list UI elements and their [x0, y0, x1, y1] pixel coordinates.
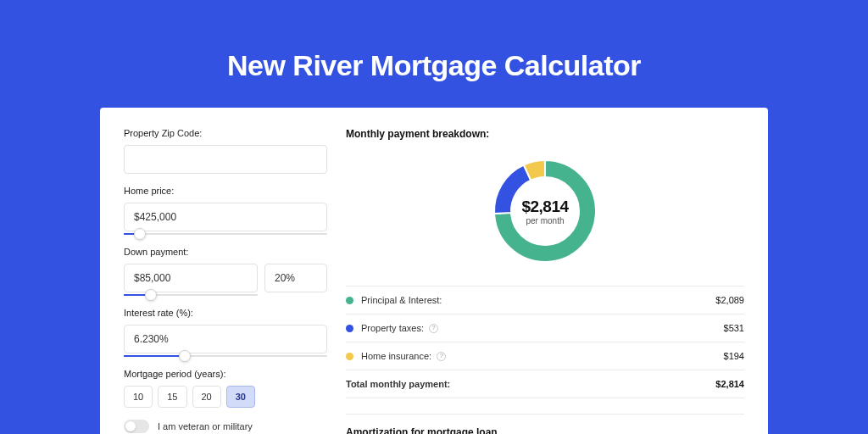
page-title: New River Mortgage Calculator: [0, 0, 868, 108]
form-column: Property Zip Code: Home price: Down paym…: [124, 128, 327, 434]
donut-sublabel: per month: [526, 216, 564, 225]
payment-donut-chart: $2,814 per month: [486, 152, 604, 270]
info-icon[interactable]: ?: [429, 324, 438, 333]
period-option-20[interactable]: 20: [192, 386, 221, 408]
interest-rate-slider[interactable]: [124, 355, 327, 357]
amortization-title: Amortization for mortgage loan: [346, 426, 744, 434]
down-payment-label: Down payment:: [124, 247, 327, 257]
down-payment-percent-input[interactable]: [264, 264, 327, 292]
breakdown-label: Property taxes:?: [361, 323, 724, 333]
veteran-toggle[interactable]: [124, 420, 149, 433]
breakdown-label: Principal & Interest:: [361, 295, 715, 305]
down-payment-amount-input[interactable]: [124, 264, 258, 292]
breakdown-label: Home insurance:?: [361, 351, 724, 361]
period-option-30[interactable]: 30: [226, 386, 255, 408]
down-payment-slider[interactable]: [124, 294, 258, 296]
legend-dot: [346, 325, 353, 332]
breakdown-row: Principal & Interest:$2,089: [346, 287, 744, 314]
zip-label: Property Zip Code:: [124, 128, 327, 138]
period-option-15[interactable]: 15: [158, 386, 186, 408]
home-price-slider[interactable]: [124, 233, 327, 235]
mortgage-period-label: Mortgage period (years):: [124, 369, 327, 379]
home-price-input[interactable]: [124, 203, 327, 231]
toggle-knob: [125, 421, 136, 431]
legend-dot: [346, 353, 353, 360]
zip-input[interactable]: [124, 145, 327, 174]
calculator-card: Property Zip Code: Home price: Down paym…: [100, 108, 768, 434]
breakdown-column: Monthly payment breakdown: $2,814 per mo…: [346, 128, 744, 434]
amortization-section: Amortization for mortgage loan Amortizat…: [346, 414, 744, 434]
breakdown-total-value: $2,814: [715, 379, 744, 389]
breakdown-total-row: Total monthly payment:$2,814: [346, 370, 744, 398]
breakdown-value: $531: [724, 323, 744, 333]
interest-rate-input[interactable]: [124, 325, 327, 353]
breakdown-total-label: Total monthly payment:: [346, 379, 715, 389]
period-option-10[interactable]: 10: [124, 386, 153, 408]
breakdown-value: $194: [724, 351, 744, 361]
info-icon[interactable]: ?: [437, 352, 446, 361]
breakdown-row: Property taxes:?$531: [346, 314, 744, 342]
veteran-label: I am veteran or military: [158, 421, 253, 431]
breakdown-row: Home insurance:?$194: [346, 342, 744, 370]
breakdown-value: $2,089: [715, 295, 744, 305]
home-price-label: Home price:: [124, 186, 327, 196]
donut-amount: $2,814: [521, 198, 568, 216]
legend-dot: [346, 297, 353, 304]
breakdown-title: Monthly payment breakdown:: [346, 128, 744, 140]
interest-rate-label: Interest rate (%):: [124, 308, 327, 318]
